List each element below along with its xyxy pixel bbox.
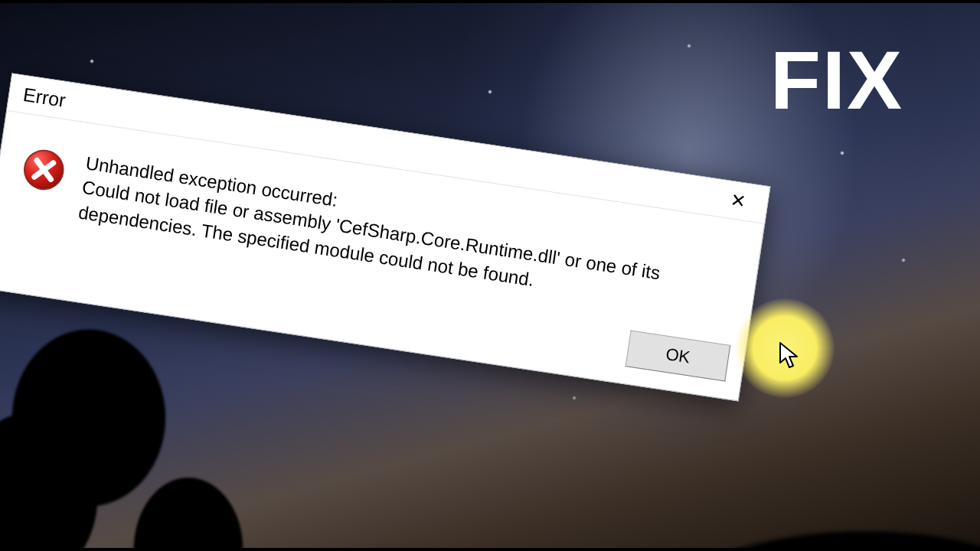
error-icon (18, 145, 69, 195)
wallpaper-hill-silhouette (490, 383, 980, 551)
letterbox (0, 548, 980, 551)
fix-overlay-text: FIX (770, 32, 903, 128)
letterbox (0, 0, 980, 3)
ok-button[interactable]: OK (626, 331, 731, 382)
dialog-title: Error (21, 83, 67, 112)
close-button[interactable]: ✕ (718, 185, 758, 217)
close-icon: ✕ (730, 191, 747, 211)
